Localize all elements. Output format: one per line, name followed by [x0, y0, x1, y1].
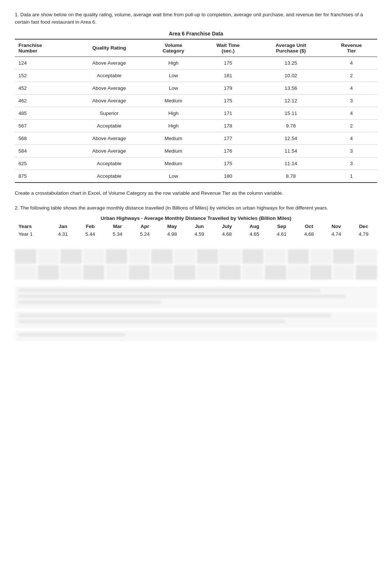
table-row: 452 Above Average Low 179 13.56 4: [15, 82, 377, 94]
blur-text-line: [18, 333, 125, 337]
highway-col-header: May: [158, 222, 186, 230]
cell-volume: High: [147, 57, 200, 69]
table1-title: Area 6 Franchise Data: [15, 31, 377, 37]
blur-cell: [265, 249, 286, 264]
cell-avgunit: 12.12: [256, 94, 326, 107]
cell-waittime: 178: [200, 119, 256, 132]
cell-waittime: 171: [200, 107, 256, 119]
cell-avgunit: 15.11: [256, 107, 326, 119]
cell-volume: Medium: [147, 157, 200, 170]
cell-waittime: 180: [200, 170, 256, 183]
cell-franchise: 568: [15, 132, 72, 144]
highway-col-header: Dec: [350, 222, 377, 230]
col-header-quality: Quality Rating: [72, 39, 147, 57]
highway-col-header: Sep: [268, 222, 295, 230]
blur-text-block: [15, 331, 377, 341]
blur-text-line: [18, 295, 345, 298]
cell-avgunit: 13.56: [256, 82, 326, 94]
cell-avgunit: 13.25: [256, 57, 326, 69]
cell-volume: High: [147, 107, 200, 119]
cell-franchise: 584: [15, 144, 72, 157]
cell-quality: Above Average: [72, 144, 147, 157]
table-row: Year 14.315.445.345.244.984.594.684.654.…: [15, 230, 377, 238]
cell-waittime: 176: [200, 144, 256, 157]
blur-cell: [197, 249, 219, 264]
highway-cell: 4.65: [241, 230, 268, 238]
cell-volume: Medium: [147, 132, 200, 144]
highway-table: Urban Highways - Average Monthly Distanc…: [15, 215, 377, 238]
blur-text-line: [18, 320, 285, 323]
blur-cell: [38, 249, 59, 264]
cell-waittime: 181: [200, 69, 256, 82]
cell-franchise: 452: [15, 82, 72, 94]
highway-col-header: Mar: [104, 222, 131, 230]
blur-cell: [83, 265, 105, 280]
highway-col-header: Apr: [131, 222, 158, 230]
cell-revenue: 3: [326, 157, 377, 170]
blur-cell: [174, 265, 196, 280]
post-table-text: Create a crosstabulation chart in Excel,…: [15, 190, 377, 197]
cell-quality: Above Average: [72, 94, 147, 107]
cell-franchise: 152: [15, 69, 72, 82]
cell-waittime: 175: [200, 94, 256, 107]
cell-avgunit: 12.54: [256, 132, 326, 144]
col-header-revenue: RevenueTier: [326, 39, 377, 57]
col-header-volume: VolumeCategory: [147, 39, 200, 57]
cell-revenue: 4: [326, 132, 377, 144]
cell-avgunit: 8.78: [256, 170, 326, 183]
cell-revenue: 4: [326, 107, 377, 119]
cell-franchise: 875: [15, 170, 72, 183]
cell-waittime: 177: [200, 132, 256, 144]
blur-cell: [219, 265, 241, 280]
blur-cell: [15, 265, 37, 280]
highway-col-header: Jun: [186, 222, 213, 230]
cell-revenue: 2: [326, 119, 377, 132]
blur-cell: [106, 265, 127, 280]
blur-cell: [83, 249, 105, 264]
blurred-section: [15, 249, 377, 341]
table2-title: Urban Highways - Average Monthly Distanc…: [15, 215, 377, 221]
franchise-table: FranchiseNumber Quality Rating VolumeCat…: [15, 39, 377, 183]
blur-cell: [288, 265, 309, 280]
cell-volume: Low: [147, 69, 200, 82]
cell-quality: Acceptable: [72, 170, 147, 183]
blur-cell: [333, 265, 355, 280]
highway-col-header: Aug: [241, 222, 268, 230]
table-row: 485 Superior High 171 15.11 4: [15, 107, 377, 119]
blur-cell: [355, 249, 377, 264]
highway-cell: 5.44: [76, 230, 104, 238]
blur-cell: [60, 265, 82, 280]
blur-cell: [60, 249, 82, 264]
cell-waittime: 179: [200, 82, 256, 94]
blur-text-block: [15, 286, 377, 309]
cell-avgunit: 11.54: [256, 144, 326, 157]
cell-volume: Low: [147, 82, 200, 94]
blur-cell: [151, 249, 173, 264]
blur-cell: [310, 249, 332, 264]
blur-cell: [333, 249, 355, 264]
cell-quality: Acceptable: [72, 119, 147, 132]
cell-franchise: 462: [15, 94, 72, 107]
highway-cell: 4.31: [49, 230, 77, 238]
highway-col-header: Jan: [49, 222, 77, 230]
highway-cell: 4.98: [158, 230, 186, 238]
cell-waittime: 175: [200, 157, 256, 170]
blur-cell: [197, 265, 219, 280]
highway-col-header: Feb: [76, 222, 104, 230]
cell-avgunit: 11.14: [256, 157, 326, 170]
cell-revenue: 3: [326, 94, 377, 107]
table-row: 152 Acceptable Low 181 10.02 2: [15, 69, 377, 82]
blur-cell: [219, 249, 241, 264]
blur-cell: [128, 265, 150, 280]
cell-volume: Low: [147, 170, 200, 183]
cell-revenue: 4: [326, 82, 377, 94]
cell-revenue: 4: [326, 57, 377, 69]
blur-cell: [242, 249, 264, 264]
cell-volume: High: [147, 119, 200, 132]
table-row: 625 Acceptable Medium 175 11.14 3: [15, 157, 377, 170]
blur-text-line: [18, 314, 331, 317]
cell-quality: Above Average: [72, 82, 147, 94]
cell-quality: Superior: [72, 107, 147, 119]
section2-text: 2. The following table shows the average…: [15, 204, 377, 212]
blur-cell: [151, 265, 173, 280]
